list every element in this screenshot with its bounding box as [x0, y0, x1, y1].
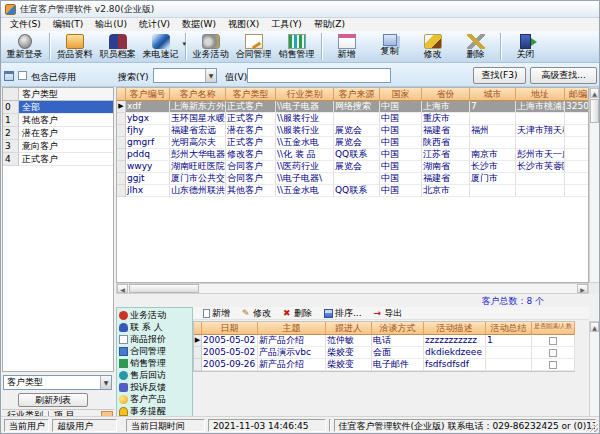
find-button[interactable]: 查找(F3)	[473, 67, 526, 84]
toolbar-button-delete[interactable]: 删除	[454, 32, 497, 62]
column-header[interactable]: 国家	[380, 88, 422, 101]
toolbar-button-sales[interactable]: 销售管理	[275, 32, 318, 62]
scroll-up-icon[interactable]: ▲	[590, 88, 599, 98]
table-row[interactable]: fjhy福建省宏远潜在客户\\服装行业展览会中国福建省福州天津市翔天科	[117, 125, 588, 137]
nav-item[interactable]: 业务活动	[117, 309, 192, 321]
toolbar-button-relogin[interactable]: 重新登录	[3, 32, 46, 62]
menu-item[interactable]: 输出(U)	[89, 18, 133, 31]
activity-toolbar-button[interactable]: 新增	[203, 307, 230, 320]
grid-view-icon[interactable]	[4, 71, 14, 81]
scrollbar-thumb[interactable]	[129, 284, 199, 293]
search-value-input[interactable]	[247, 68, 391, 83]
table-row[interactable]: pddq彭州大华电器修改客户\\化 装 品QQ联系中国江苏省南京市彭州市天一广	[117, 149, 588, 161]
table-row[interactable]: wwyy湖南旺旺医院合同客户\\医药行业展览会中国湖南省长沙市长沙市芙蓉区	[117, 161, 588, 173]
column-header[interactable]: 活动总结	[486, 322, 532, 335]
column-header[interactable]: 省份	[422, 88, 470, 101]
menu-item[interactable]: 数据(W)	[176, 18, 222, 31]
activity-toolbar-button[interactable]: 删除	[283, 307, 312, 320]
column-header[interactable]: 日期	[202, 322, 258, 335]
customer-type-row[interactable]: 2潜在客户	[3, 127, 113, 140]
column-header[interactable]: 城市	[470, 88, 516, 101]
column-header[interactable]: 活动描述	[424, 322, 486, 335]
filter-type-select[interactable]: 客户类型 ▼	[3, 375, 112, 390]
table-row[interactable]: ▶2005-05-02新产品介绍范仲敏电话zzzzzzzzzzz1	[194, 335, 574, 347]
refresh-list-button[interactable]: 刷新列表	[18, 393, 88, 407]
column-header[interactable]: 行业类别	[276, 88, 334, 101]
column-header[interactable]: 地址	[516, 88, 565, 101]
search-field-select[interactable]: ▼	[153, 68, 217, 83]
chevron-down-icon[interactable]: ▼	[100, 376, 111, 389]
scrollbar-track[interactable]	[200, 284, 577, 293]
toolbar-button-label: 复制	[381, 46, 399, 57]
menu-item[interactable]: 视图(X)	[222, 18, 265, 31]
toolbar-button-activity[interactable]: 业务活动	[189, 32, 232, 62]
chevron-down-icon[interactable]: ▼	[205, 69, 216, 82]
scroll-right-icon[interactable]: ▶	[577, 284, 588, 293]
column-header[interactable]: 客户编号	[126, 88, 170, 101]
customer-type-row[interactable]: 0全部	[3, 101, 113, 114]
column-header[interactable]: 主题	[258, 322, 326, 335]
menu-item[interactable]: 文件(S)	[4, 18, 47, 31]
customer-type-row[interactable]: 1其他客户	[3, 114, 113, 127]
table-row[interactable]: jlhx山东德州联洪其他客户\\五金水电QQ联系中国北京市	[117, 185, 588, 197]
toolbar-button-edit[interactable]: 修改	[411, 32, 454, 62]
nav-item[interactable]: 联 系 人	[117, 321, 192, 333]
nav-item[interactable]: 销售管理	[117, 357, 192, 369]
dropdown-arrow-icon[interactable]: ▾	[182, 40, 186, 48]
toolbar-button-close[interactable]: 关闭	[504, 32, 547, 62]
table-row[interactable]: ybgx玉环国星水暖正式客户\\服装行业中国重庆市	[117, 113, 588, 125]
column-header[interactable]: 客户来源	[334, 88, 380, 101]
filter-type-value: 客户类型	[7, 376, 43, 389]
menu-item[interactable]: 统计(V)	[133, 18, 176, 31]
column-header[interactable]: 是否圆满/人数	[532, 322, 575, 335]
toolbar-button-new[interactable]: 新增	[325, 32, 368, 62]
scrollbar-thumb[interactable]	[590, 99, 599, 123]
toolbar-button-label: 货品资料	[57, 49, 93, 60]
customer-type-header[interactable]: 客户类型	[19, 88, 113, 100]
activity-toolbar-button[interactable]: 导出	[374, 307, 403, 320]
column-header[interactable]: 邮编	[565, 88, 589, 101]
customer-table-header-row: 客户编号客户名称客户类型行业类别客户来源国家省份城市地址邮编	[117, 88, 588, 101]
activity-toolbar-button[interactable]: 排序...	[324, 307, 362, 320]
toolbar-button-call[interactable]: 来电速记▾	[139, 32, 182, 62]
table-row[interactable]: 2005-05-02产品演示vbc柴姣变会面dkdiekdzeee	[194, 347, 574, 359]
table-cell: 网络搜索	[334, 101, 380, 113]
table-row[interactable]: ggjt厦门市公共交合同客户\\电子电器\中国福建省厦门市	[117, 173, 588, 185]
column-header[interactable]: 客户类型	[226, 88, 276, 101]
menu-item[interactable]: 帮助(Z)	[308, 18, 351, 31]
customer-table-hscrollbar[interactable]: ◀ ▶	[116, 283, 589, 294]
table-cell: 中国	[380, 173, 422, 185]
contacts-icon	[119, 323, 128, 332]
column-header[interactable]: 洽谈方式	[372, 322, 424, 335]
toolbar-button-label: 职员档案	[100, 49, 136, 60]
customer-type-row[interactable]: 3意向客户	[3, 140, 113, 153]
nav-item[interactable]: 售后回访	[117, 369, 192, 381]
include-disabled-checkbox[interactable]	[18, 71, 27, 80]
menu-item[interactable]: 编辑(T)	[47, 18, 90, 31]
nav-item[interactable]: 商品报价	[117, 333, 192, 345]
customer-table-vscrollbar[interactable]: ▲	[589, 87, 600, 283]
toolbar-button-copy[interactable]: 复制	[368, 32, 411, 62]
activity-table-vscrollbar[interactable]: ▲	[589, 321, 600, 417]
column-header[interactable]: 客户名称	[170, 88, 226, 101]
nav-item[interactable]: 投诉反馈	[117, 381, 192, 393]
column-header[interactable]: 跟进人	[326, 322, 372, 335]
checkbox[interactable]	[549, 361, 557, 369]
nav-item[interactable]: 客户产品	[117, 393, 192, 405]
scroll-left-icon[interactable]: ◀	[117, 284, 128, 293]
toolbar-button-goods[interactable]: 货品资料	[53, 32, 96, 62]
customer-type-row[interactable]: 4正式客户	[3, 153, 113, 166]
table-row[interactable]: gmgrf光明高尔夫正式客户\\五金水电展览会中国陕西省	[117, 137, 588, 149]
menu-item[interactable]: 工具(Y)	[265, 18, 308, 31]
table-row[interactable]: ▶xdf上海新东方外正式客户\\电子电器网络搜索中国上海市7上海市桃浦路3250…	[117, 101, 588, 113]
toolbar-button-contract[interactable]: 合同管理	[232, 32, 275, 62]
checkbox[interactable]	[549, 349, 557, 357]
checkbox[interactable]	[549, 337, 557, 345]
scroll-up-icon[interactable]: ▲	[590, 322, 599, 332]
advanced-find-button[interactable]: 高级查找...	[530, 67, 597, 84]
activity-toolbar-button[interactable]: 修改	[242, 307, 271, 320]
nav-item[interactable]: 合同管理	[117, 345, 192, 357]
table-row[interactable]: 2005-09-26新产品介绍柴姣变电子邮件fsdfsdfsdf	[194, 359, 574, 371]
close-icon	[520, 34, 531, 49]
toolbar-button-staff[interactable]: 职员档案	[96, 32, 139, 62]
